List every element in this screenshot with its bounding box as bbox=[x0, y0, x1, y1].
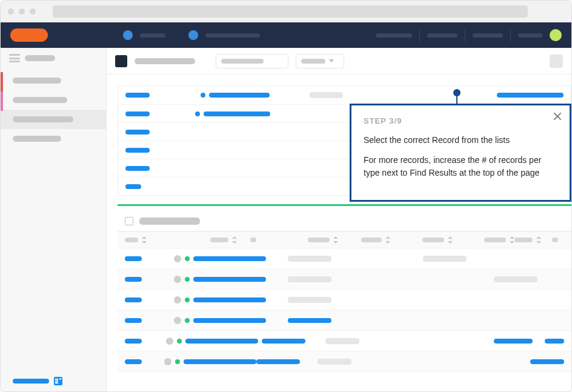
sidebar-item[interactable] bbox=[1, 71, 106, 90]
col-header[interactable] bbox=[514, 238, 533, 242]
sort-icon[interactable] bbox=[142, 236, 147, 244]
cell-link[interactable] bbox=[209, 93, 270, 98]
table-row[interactable] bbox=[118, 269, 571, 290]
sort-icon[interactable] bbox=[510, 236, 514, 244]
col-header[interactable] bbox=[250, 238, 256, 242]
window-dot bbox=[30, 8, 36, 15]
status-dot-icon bbox=[174, 255, 181, 262]
close-icon[interactable] bbox=[553, 111, 562, 121]
sort-icon[interactable] bbox=[536, 236, 541, 244]
section-divider bbox=[118, 204, 571, 206]
table-row[interactable] bbox=[118, 248, 571, 269]
menu-icon[interactable] bbox=[9, 54, 20, 62]
filter-field[interactable] bbox=[216, 54, 288, 68]
record-type-icon bbox=[115, 55, 127, 67]
nav-item[interactable] bbox=[376, 33, 412, 38]
tour-body: Select the correct Record from the lists… bbox=[364, 134, 557, 179]
tour-text-line: Select the correct Record from the lists bbox=[364, 134, 557, 147]
col-header[interactable] bbox=[422, 238, 444, 242]
cell-link[interactable] bbox=[497, 93, 564, 98]
panel-header-row bbox=[118, 86, 571, 104]
bullet-icon bbox=[201, 93, 205, 98]
window-dot bbox=[8, 8, 14, 15]
sort-icon[interactable] bbox=[232, 236, 237, 244]
nav-item[interactable] bbox=[427, 33, 457, 38]
select-all-checkbox[interactable] bbox=[125, 217, 133, 225]
cell-link[interactable] bbox=[125, 93, 150, 98]
page-header bbox=[107, 48, 571, 75]
tour-text-line: For more records, increase the # of reco… bbox=[364, 154, 557, 179]
col-header[interactable] bbox=[484, 238, 506, 242]
sidebar-title bbox=[25, 55, 55, 61]
nav-dot-icon[interactable] bbox=[123, 30, 133, 40]
nav-divider bbox=[419, 28, 420, 42]
content: STEP 3/9 Select the correct Record from … bbox=[107, 75, 571, 372]
sidebar-item[interactable] bbox=[1, 129, 106, 148]
col-header[interactable] bbox=[125, 238, 138, 242]
window-dot bbox=[19, 8, 25, 15]
sort-icon[interactable] bbox=[448, 236, 453, 244]
nav-item[interactable] bbox=[518, 33, 542, 38]
sidebar-item[interactable] bbox=[1, 110, 106, 129]
nav-divider bbox=[510, 28, 511, 42]
nav-item[interactable] bbox=[140, 33, 165, 38]
col-header[interactable] bbox=[361, 238, 382, 242]
tour-pointer bbox=[456, 93, 457, 105]
filter-dropdown[interactable] bbox=[296, 54, 344, 68]
id-card-icon bbox=[54, 377, 62, 385]
nav-item[interactable] bbox=[205, 33, 260, 38]
main-area: STEP 3/9 Select the correct Record from … bbox=[107, 48, 571, 391]
top-nav bbox=[1, 22, 571, 48]
active-dot-icon bbox=[185, 256, 190, 261]
sidebar-accent bbox=[1, 72, 3, 91]
table-column-headers bbox=[118, 231, 571, 248]
sort-icon[interactable] bbox=[385, 236, 390, 244]
table-row[interactable] bbox=[118, 351, 571, 372]
table-title bbox=[139, 218, 200, 225]
sidebar-header bbox=[1, 48, 106, 71]
table-row[interactable] bbox=[118, 331, 571, 351]
app-body: STEP 3/9 Select the correct Record from … bbox=[1, 48, 571, 391]
sidebar-item[interactable] bbox=[1, 90, 106, 110]
tour-card: STEP 3/9 Select the correct Record from … bbox=[350, 104, 571, 202]
tour-popover: STEP 3/9 Select the correct Record from … bbox=[350, 104, 571, 202]
col-header[interactable] bbox=[210, 238, 228, 242]
col-header[interactable] bbox=[308, 238, 330, 242]
url-bar[interactable] bbox=[53, 5, 528, 18]
col-header[interactable] bbox=[552, 238, 558, 242]
page-title bbox=[135, 58, 195, 64]
browser-chrome bbox=[1, 1, 571, 22]
sidebar bbox=[1, 48, 107, 391]
nav-dot-icon[interactable] bbox=[188, 30, 198, 40]
sidebar-accent bbox=[1, 91, 3, 111]
nav-divider bbox=[465, 28, 465, 42]
table-title-row bbox=[118, 211, 571, 231]
cell-pill bbox=[310, 92, 343, 98]
records-table bbox=[118, 211, 571, 372]
app-window: STEP 3/9 Select the correct Record from … bbox=[0, 0, 572, 392]
user-avatar[interactable] bbox=[550, 29, 562, 41]
table-row[interactable] bbox=[118, 290, 571, 310]
sort-icon[interactable] bbox=[333, 236, 338, 244]
nav-item[interactable] bbox=[473, 33, 503, 38]
sidebar-footer[interactable] bbox=[13, 377, 62, 385]
sidebar-footer-label bbox=[13, 379, 49, 384]
chevron-down-icon bbox=[329, 59, 334, 62]
header-action-button[interactable] bbox=[550, 55, 563, 68]
table-row[interactable] bbox=[118, 310, 571, 331]
tour-step-label: STEP 3/9 bbox=[364, 116, 557, 125]
brand-logo[interactable] bbox=[10, 28, 48, 42]
